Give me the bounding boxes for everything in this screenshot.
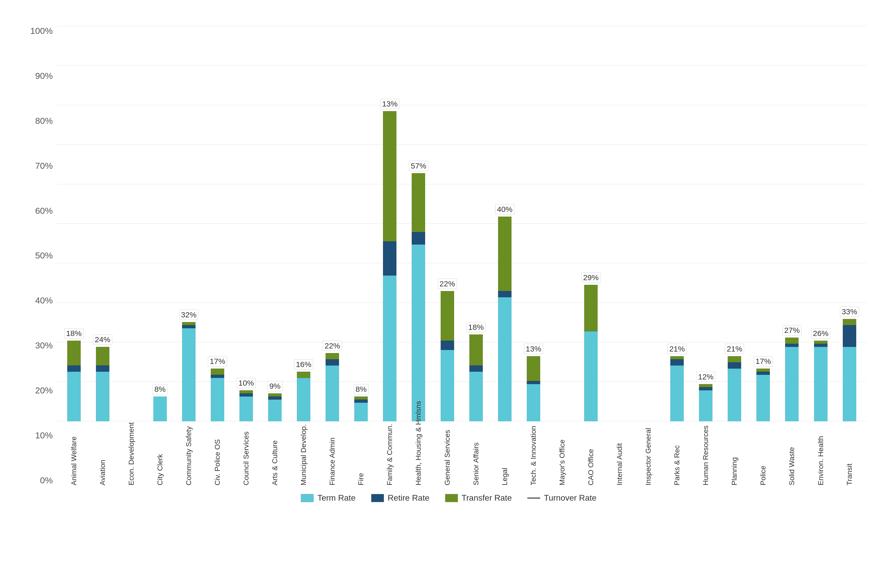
x-label-wrap: General Services: [433, 423, 462, 485]
transfer-segment: [584, 285, 598, 332]
y-axis-label: 90%: [35, 71, 53, 81]
legend-label-turnover: Turnover Rate: [544, 493, 596, 503]
x-label-wrap: Council Services: [232, 423, 260, 485]
x-axis-label: Community Safety: [185, 423, 193, 485]
x-axis-label: Internal Audit: [615, 423, 624, 485]
legend-label-term: Term Rate: [317, 493, 356, 503]
term-segment: [756, 375, 770, 421]
x-axis-label: Finance Admin: [328, 423, 337, 485]
retire-segment: [67, 366, 81, 372]
bar-value-label: 16%: [294, 359, 313, 370]
y-axis: 100%90%80%70%60%50%40%30%20%10%0%: [31, 26, 57, 485]
transfer-segment: [96, 347, 110, 366]
retire-segment: [354, 400, 368, 403]
legend-item-turnover: Turnover Rate: [527, 493, 596, 503]
bar-group: 22%: [433, 291, 462, 421]
term-segment: [814, 347, 827, 421]
x-axis-label: Parks & Rec: [673, 423, 681, 485]
term-segment: [67, 372, 81, 421]
bar-stack: 16%: [297, 372, 310, 421]
retire-segment: [498, 291, 511, 297]
bar-value-label: 21%: [668, 344, 687, 354]
bar-stack: 40%: [498, 217, 511, 421]
x-axis-label: Human Resources: [702, 423, 710, 485]
term-segment: [699, 390, 713, 421]
legend-swatch-retire: [371, 494, 384, 502]
term-segment: [239, 396, 253, 421]
retire-segment: [96, 366, 110, 372]
transfer-segment: [440, 291, 454, 340]
retire-segment: [440, 340, 454, 350]
bar-stack: 57%: [412, 173, 425, 421]
bar-group: 9%: [261, 393, 289, 421]
retire-segment: [814, 344, 827, 347]
x-label-wrap: Solid Waste: [777, 423, 806, 485]
term-segment: [182, 328, 195, 421]
x-axis-label: Planning: [730, 423, 738, 485]
bar-group: 18%: [60, 340, 88, 421]
bar-value-label: 17%: [208, 356, 227, 366]
retire-segment: [383, 242, 397, 276]
bar-value-label: 29%: [581, 272, 600, 283]
x-label-wrap: Parks & Rec: [663, 423, 692, 485]
x-axis-label: Inspector General: [644, 423, 652, 485]
transfer-segment: [728, 356, 741, 362]
term-segment: [527, 384, 540, 421]
bar-value-label: 32%: [179, 310, 198, 320]
x-label-wrap: Tech. & Innovation: [519, 423, 548, 485]
x-axis-label: Senior Affairs: [472, 423, 480, 485]
retire-segment: [670, 359, 684, 366]
x-label-wrap: Senior Affairs: [462, 423, 490, 485]
retire-segment: [239, 393, 253, 396]
x-axis-label: Civ. Police OS: [213, 423, 222, 485]
bar-value-label: 22%: [438, 279, 457, 289]
y-axis-label: 30%: [35, 340, 53, 351]
y-axis-label: 20%: [35, 386, 53, 396]
y-axis-label: 100%: [30, 26, 53, 36]
bar-stack: 22%: [326, 353, 339, 421]
transfer-segment: [756, 369, 770, 372]
transfer-segment: [670, 356, 684, 359]
bar-group: 21%: [720, 356, 749, 421]
retire-segment: [527, 381, 540, 384]
term-segment: [498, 297, 511, 421]
x-label-wrap: Legal: [490, 423, 519, 485]
x-label-wrap: Municipal Develop.: [289, 423, 318, 485]
retire-segment: [211, 375, 224, 378]
bar-group: 10%: [232, 390, 260, 421]
x-axis-label: Econ. Development: [127, 423, 135, 485]
transfer-segment: [211, 369, 224, 375]
bar-value-label: 33%: [840, 306, 859, 317]
x-axis: Animal WelfareAviationEcon. DevelopmentC…: [57, 423, 866, 485]
transfer-segment: [354, 396, 368, 400]
bar-group: 16%: [289, 372, 318, 421]
bar-stack: 24%: [96, 347, 110, 421]
x-label-wrap: Police: [749, 423, 777, 485]
bar-stack: 27%: [785, 338, 798, 421]
legend-line-turnover: [527, 498, 540, 499]
x-axis-label: Fire: [357, 423, 365, 485]
term-segment: [268, 400, 282, 421]
bar-stack: 12%: [699, 384, 713, 421]
bar-value-label: 26%: [811, 328, 830, 339]
x-axis-label: City Clerk: [156, 423, 164, 485]
bar-stack: 33%: [843, 319, 856, 421]
bar-stack: 18%: [67, 340, 81, 421]
x-axis-label: Police: [759, 423, 767, 485]
x-label-wrap: City Clerk: [146, 423, 174, 485]
x-axis-label: Solid Waste: [788, 423, 796, 485]
legend-swatch-term: [301, 494, 314, 502]
term-segment: [326, 366, 339, 421]
retire-segment: [699, 387, 713, 390]
x-label-wrap: Planning: [720, 423, 749, 485]
x-axis-label: CAO Office: [587, 423, 595, 485]
bar-stack: 17%: [756, 369, 770, 421]
x-label-wrap: Econ. Development: [117, 423, 146, 485]
x-axis-label: Municipal Develop.: [299, 423, 308, 485]
term-segment: [412, 244, 425, 421]
x-label-wrap: Health, Housing & Hmlsns: [404, 423, 433, 485]
bar-stack: 21%: [670, 356, 684, 421]
bar-value-label: 18%: [466, 322, 486, 332]
bar-stack: 17%: [211, 369, 224, 421]
transfer-segment: [699, 384, 713, 387]
